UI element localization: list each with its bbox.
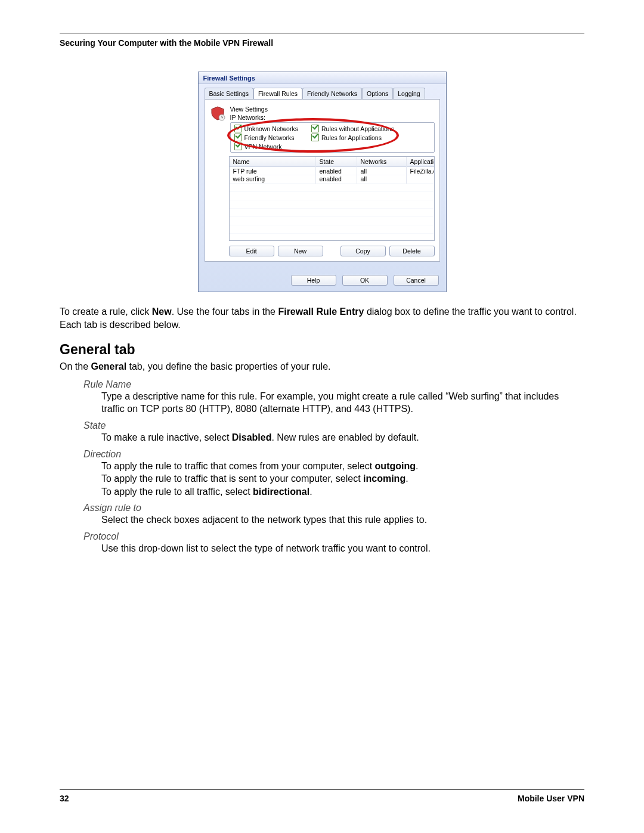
tabstrip: Basic Settings Firewall Rules Friendly N… bbox=[199, 84, 446, 99]
checkbox-icon bbox=[234, 134, 242, 141]
firewall-settings-window: Firewall Settings Basic Settings Firewal… bbox=[198, 72, 447, 292]
term-direction: Direction bbox=[83, 449, 584, 460]
term-state: State bbox=[83, 420, 584, 431]
tab-firewall-rules[interactable]: Firewall Rules bbox=[253, 88, 302, 99]
tab-basic-settings[interactable]: Basic Settings bbox=[205, 88, 254, 99]
window-title: Firewall Settings bbox=[199, 72, 446, 84]
shield-icon bbox=[210, 106, 225, 121]
term-rule-name: Rule Name bbox=[83, 379, 584, 390]
general-intro: On the General tab, you define the basic… bbox=[60, 360, 584, 373]
tab-friendly-networks[interactable]: Friendly Networks bbox=[302, 88, 362, 99]
checkbox-icon bbox=[311, 125, 319, 132]
running-header: Securing Your Computer with the Mobile V… bbox=[60, 38, 584, 48]
footer-product: Mobile User VPN bbox=[518, 794, 584, 803]
body-rule-name: Type a descriptive name for this rule. F… bbox=[101, 390, 584, 416]
body-direction: To apply the rule to traffic that comes … bbox=[101, 460, 584, 498]
check-unknown-networks[interactable]: Unknown Networks bbox=[234, 125, 298, 132]
column-state[interactable]: State bbox=[316, 157, 357, 166]
table-row[interactable]: web surfing enabled all bbox=[230, 175, 434, 182]
ip-networks-label: IP Networks: bbox=[230, 114, 435, 121]
body-protocol: Use this drop-down list to select the ty… bbox=[101, 542, 584, 555]
tab-options[interactable]: Options bbox=[362, 88, 393, 99]
networks-checkbox-group: Unknown Networks Friendly Networks VPN N… bbox=[230, 122, 435, 153]
checkbox-icon bbox=[234, 125, 242, 132]
intro-paragraph: To create a rule, click New. Use the fou… bbox=[60, 305, 584, 331]
check-vpn-network[interactable]: VPN Network bbox=[234, 143, 298, 150]
column-name[interactable]: Name bbox=[230, 157, 316, 166]
checkbox-icon bbox=[311, 134, 319, 141]
check-friendly-networks[interactable]: Friendly Networks bbox=[234, 134, 298, 141]
check-rules-for-apps[interactable]: Rules for Applications bbox=[311, 134, 394, 141]
help-button[interactable]: Help bbox=[291, 275, 336, 286]
page-number: 32 bbox=[60, 794, 69, 803]
checkbox-icon bbox=[234, 143, 242, 150]
ok-button[interactable]: OK bbox=[342, 275, 388, 286]
rules-table: Name State Networks Application FTP rule… bbox=[229, 156, 435, 241]
general-tab-heading: General tab bbox=[60, 342, 584, 358]
column-application[interactable]: Application bbox=[407, 157, 434, 166]
term-assign: Assign rule to bbox=[83, 503, 584, 513]
copy-button[interactable]: Copy bbox=[340, 246, 386, 256]
tab-logging[interactable]: Logging bbox=[393, 88, 425, 99]
delete-button[interactable]: Delete bbox=[389, 246, 435, 256]
check-rules-without-apps[interactable]: Rules without Applications bbox=[311, 125, 394, 132]
body-state: To make a rule inactive, select Disabled… bbox=[101, 431, 584, 444]
cancel-button[interactable]: Cancel bbox=[394, 275, 439, 286]
view-settings-label: View Settings bbox=[230, 106, 435, 113]
body-assign: Select the check boxes adjacent to the n… bbox=[101, 513, 584, 527]
edit-button[interactable]: Edit bbox=[229, 246, 274, 256]
term-protocol: Protocol bbox=[83, 531, 584, 542]
column-networks[interactable]: Networks bbox=[357, 157, 407, 166]
new-button[interactable]: New bbox=[278, 246, 323, 256]
